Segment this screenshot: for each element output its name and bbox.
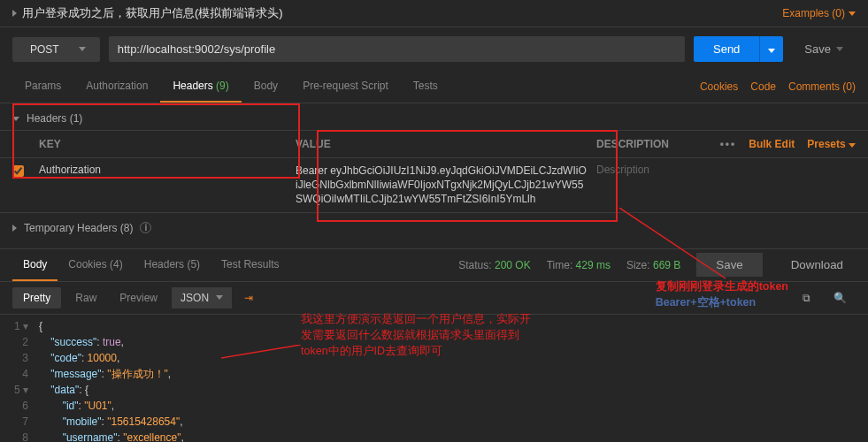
more-icon[interactable]: ••• bbox=[720, 138, 737, 150]
presets-label: Presets bbox=[807, 138, 845, 150]
response-toolbar: Pretty Raw Preview JSON ⇥ ⧉ 🔍 bbox=[0, 282, 868, 315]
tab-body[interactable]: Body bbox=[242, 71, 290, 103]
link-comments[interactable]: Comments (0) bbox=[788, 80, 856, 93]
chevron-down-icon bbox=[216, 295, 223, 300]
resp-tab-body[interactable]: Body bbox=[12, 249, 58, 281]
tab-params[interactable]: Params bbox=[12, 71, 73, 103]
save-label: Save bbox=[804, 42, 831, 56]
header-row[interactable]: Authorization Bearer eyJhbGciOiJIUzI1NiJ… bbox=[0, 157, 868, 212]
presets-dropdown[interactable]: Presets bbox=[807, 138, 856, 150]
header-key-cell[interactable]: Authorization bbox=[39, 164, 296, 176]
tab-headers-count: (9) bbox=[216, 80, 229, 92]
status-label: Status: bbox=[458, 259, 491, 271]
temp-headers-label: Temporary Headers (8) bbox=[24, 222, 133, 234]
col-value-label: VALUE bbox=[296, 138, 596, 150]
tab-prerequest[interactable]: Pre-request Script bbox=[290, 71, 401, 103]
headers-panel: Headers (1) KEY VALUE DESCRIPTION ••• Bu… bbox=[0, 103, 868, 240]
temp-headers-toggle[interactable]: Temporary Headers (8) i bbox=[0, 212, 868, 240]
header-desc-cell[interactable]: Description bbox=[596, 164, 856, 176]
request-title-bar: 用户登录成功之后，获取用户信息(模拟前端请求头) Examples (0) bbox=[0, 0, 868, 27]
save-button[interactable]: Save bbox=[792, 36, 856, 62]
view-preview[interactable]: Preview bbox=[111, 287, 166, 309]
request-name: 用户登录成功之后，获取用户信息(模拟前端请求头) bbox=[22, 5, 283, 21]
time-value: 429 ms bbox=[576, 259, 611, 271]
bulk-edit-link[interactable]: Bulk Edit bbox=[749, 138, 795, 150]
chevron-down-icon bbox=[12, 117, 19, 121]
response-bar: Body Cookies (4) Headers (5) Test Result… bbox=[0, 248, 868, 282]
resp-tab-cookies[interactable]: Cookies (4) bbox=[58, 249, 133, 281]
link-cookies[interactable]: Cookies bbox=[700, 80, 738, 93]
chevron-down-icon bbox=[836, 47, 843, 51]
headers-table-head: KEY VALUE DESCRIPTION ••• Bulk Edit Pres… bbox=[0, 131, 868, 157]
size-label: Size: bbox=[626, 259, 650, 271]
url-input[interactable] bbox=[109, 36, 685, 62]
headers-section-toggle[interactable]: Headers (1) bbox=[0, 107, 868, 131]
method-select[interactable]: POST bbox=[12, 37, 100, 62]
send-button[interactable]: Send bbox=[694, 36, 759, 62]
status-value: 200 OK bbox=[495, 259, 531, 271]
response-body[interactable]: 1 ▾{ 2 "success": true, 3 "code": 10000,… bbox=[0, 315, 868, 442]
save-response-button[interactable]: Save bbox=[696, 253, 762, 277]
send-dropdown[interactable] bbox=[759, 36, 783, 62]
view-raw[interactable]: Raw bbox=[66, 287, 105, 309]
resp-tab-testresults[interactable]: Test Results bbox=[211, 249, 289, 281]
search-icon[interactable]: 🔍 bbox=[825, 287, 856, 309]
copy-icon[interactable]: ⧉ bbox=[794, 287, 819, 309]
wrap-icon[interactable]: ⇥ bbox=[237, 287, 260, 309]
size-value: 669 B bbox=[653, 259, 680, 271]
chevron-right-icon bbox=[12, 225, 17, 232]
link-code[interactable]: Code bbox=[750, 80, 776, 93]
tab-headers-label: Headers bbox=[173, 80, 212, 92]
header-enabled-checkbox[interactable] bbox=[12, 165, 24, 177]
time-label: Time: bbox=[547, 259, 573, 271]
expand-icon[interactable] bbox=[12, 10, 17, 17]
tab-tests[interactable]: Tests bbox=[401, 71, 450, 103]
chevron-down-icon bbox=[79, 47, 86, 51]
info-icon[interactable]: i bbox=[140, 222, 151, 233]
method-value: POST bbox=[30, 43, 59, 56]
tab-authorization[interactable]: Authorization bbox=[73, 71, 160, 103]
view-pretty[interactable]: Pretty bbox=[12, 287, 61, 309]
chevron-down-icon bbox=[849, 143, 856, 148]
tab-headers[interactable]: Headers (9) bbox=[160, 71, 241, 103]
resp-tab-headers[interactable]: Headers (5) bbox=[134, 249, 211, 281]
headers-section-title: Headers (1) bbox=[27, 112, 82, 125]
chevron-down-icon bbox=[768, 49, 775, 53]
request-tabs-row: Params Authorization Headers (9) Body Pr… bbox=[0, 71, 868, 103]
format-select[interactable]: JSON bbox=[172, 287, 232, 309]
examples-label: Examples (0) bbox=[782, 7, 845, 19]
examples-dropdown[interactable]: Examples (0) bbox=[782, 7, 856, 19]
col-key-label: KEY bbox=[12, 138, 296, 150]
request-row: POST Send Save bbox=[0, 27, 868, 71]
chevron-down-icon bbox=[849, 11, 856, 16]
header-value-cell[interactable]: Bearer eyJhbGciOiJIUzI1NiJ9.eyJqdGkiOiJV… bbox=[296, 164, 596, 207]
download-button[interactable]: Download bbox=[779, 253, 856, 277]
